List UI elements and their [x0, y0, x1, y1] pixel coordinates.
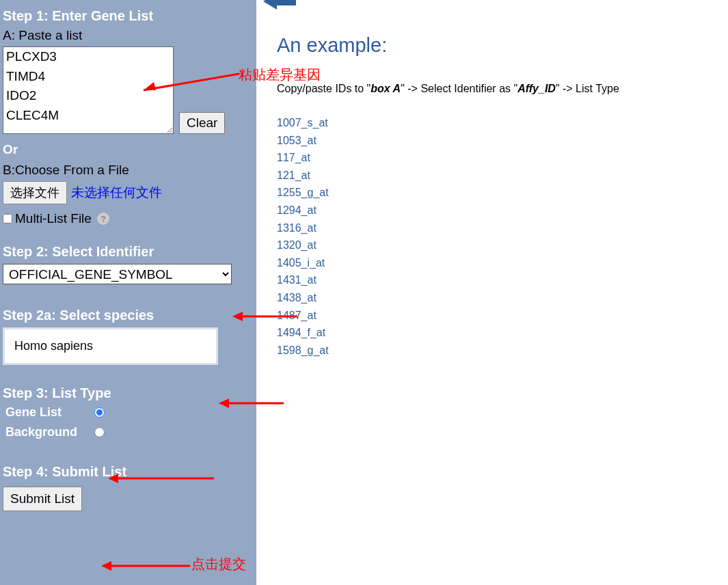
example-id: 1598_g_at: [277, 342, 728, 359]
radio-background[interactable]: [94, 427, 105, 437]
example-instruction: Copy/paste IDs to "box A" -> Select Iden…: [277, 83, 728, 95]
step1-label-b: B:Choose From a File: [3, 163, 254, 178]
example-id: 1053_at: [277, 132, 728, 150]
choose-file-button[interactable]: 选择文件: [3, 181, 67, 204]
step2-title: Step 2: Select Identifier: [3, 244, 254, 260]
example-id: 1255_g_at: [277, 184, 728, 202]
step3-title: Step 3: List Type: [3, 385, 254, 401]
example-id: 1405_i_at: [277, 254, 728, 272]
example-id: 117_at: [277, 149, 728, 167]
radio-genelist-label: Gene List: [5, 405, 87, 420]
radio-background-label: Background: [5, 425, 87, 439]
example-id: 1316_at: [277, 219, 728, 237]
multi-list-checkbox[interactable]: [3, 214, 12, 223]
right-panel: An example: Copy/paste IDs to "box A" ->…: [256, 0, 728, 585]
or-label: Or: [3, 142, 254, 157]
file-status-text: 未选择任何文件: [71, 184, 162, 202]
example-id: 1487_at: [277, 307, 728, 325]
example-id: 1431_at: [277, 271, 728, 289]
example-id-list: 1007_s_at1053_at117_at121_at1255_g_at129…: [277, 114, 728, 359]
example-id: 1320_at: [277, 236, 728, 254]
example-heading: An example:: [277, 34, 728, 57]
submit-list-button[interactable]: Submit List: [3, 487, 82, 511]
help-icon[interactable]: ?: [97, 213, 109, 225]
identifier-select[interactable]: OFFICIAL_GENE_SYMBOL: [3, 264, 232, 284]
step1-title: Step 1: Enter Gene List: [3, 8, 254, 24]
back-arrow-icon: [263, 0, 297, 14]
step4-title: Step 4: Submit List: [3, 464, 254, 480]
example-id: 1294_at: [277, 202, 728, 219]
clear-button[interactable]: Clear: [179, 112, 225, 134]
multi-list-label: Multi-List File: [15, 211, 92, 226]
radio-genelist[interactable]: [94, 407, 105, 418]
step1-label-a: A: Paste a list: [3, 28, 254, 43]
example-id: 1494_f_at: [277, 324, 728, 342]
example-id: 121_at: [277, 167, 728, 185]
example-id: 1438_at: [277, 289, 728, 307]
left-panel: Step 1: Enter Gene List A: Paste a list …: [0, 0, 256, 585]
species-input[interactable]: Homo sapiens: [3, 327, 218, 365]
example-id: 1007_s_at: [277, 114, 728, 132]
svg-marker-0: [263, 0, 296, 10]
gene-list-textarea[interactable]: [3, 46, 174, 134]
species-value: Homo sapiens: [14, 339, 93, 353]
step2a-title: Step 2a: Select species: [3, 308, 254, 323]
